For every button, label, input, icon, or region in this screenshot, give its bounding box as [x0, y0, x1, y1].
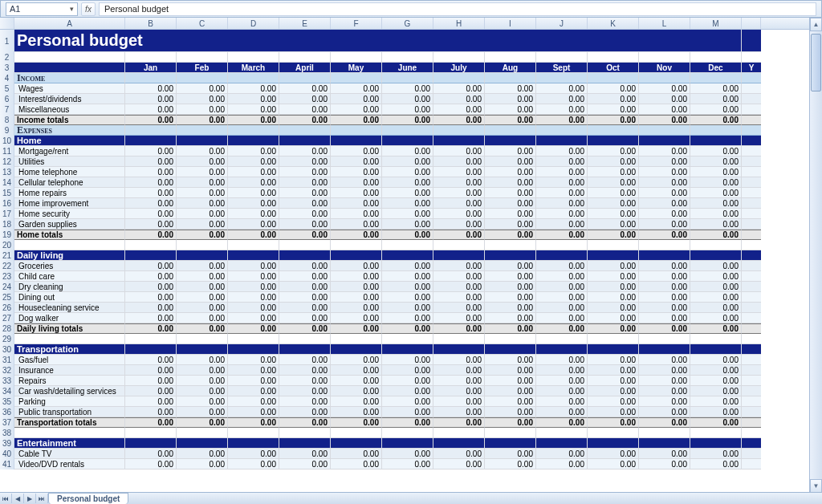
cell[interactable]: 0.00: [228, 167, 279, 177]
cell[interactable]: [742, 365, 761, 376]
cell[interactable]: 0.00: [177, 188, 228, 198]
cell[interactable]: 0.00: [279, 459, 331, 469]
cell[interactable]: 0.00: [588, 146, 639, 156]
row-header[interactable]: 18: [0, 219, 14, 230]
cell[interactable]: [382, 136, 433, 146]
cell[interactable]: 0.00: [639, 292, 690, 303]
cell[interactable]: [742, 313, 761, 323]
cell[interactable]: [742, 104, 761, 115]
cell[interactable]: 0.00: [331, 449, 382, 459]
cell[interactable]: 0.00: [536, 271, 588, 282]
row-label[interactable]: Housecleaning service: [14, 303, 125, 313]
cell[interactable]: 0.00: [536, 323, 588, 334]
cell[interactable]: [228, 428, 279, 438]
cell[interactable]: 0.00: [690, 407, 742, 417]
cell[interactable]: 0.00: [177, 94, 228, 104]
cell[interactable]: 0.00: [228, 94, 279, 104]
cell[interactable]: 0.00: [690, 156, 742, 167]
cell[interactable]: 0.00: [279, 219, 331, 230]
cell[interactable]: [742, 449, 761, 459]
cell[interactable]: 0.00: [588, 449, 639, 459]
cell[interactable]: 0.00: [125, 261, 177, 271]
row-header[interactable]: 21: [0, 250, 14, 261]
cell[interactable]: [690, 52, 742, 63]
cell[interactable]: [742, 209, 761, 219]
row-label[interactable]: Expenses: [14, 125, 125, 136]
name-box[interactable]: A1 ▾: [6, 2, 78, 16]
cell[interactable]: [742, 30, 761, 52]
cell[interactable]: 0.00: [228, 386, 279, 396]
cell[interactable]: 0.00: [382, 459, 433, 469]
row-label[interactable]: Home security: [14, 209, 125, 219]
cell[interactable]: 0.00: [331, 355, 382, 365]
cell[interactable]: 0.00: [485, 188, 536, 198]
cell[interactable]: [742, 459, 761, 469]
row-label[interactable]: Dining out: [14, 292, 125, 303]
cell[interactable]: Dec: [690, 63, 742, 73]
cell[interactable]: 0.00: [485, 230, 536, 240]
row-label[interactable]: Home improvement: [14, 198, 125, 209]
cell[interactable]: 0.00: [331, 104, 382, 115]
cell[interactable]: Nov: [639, 63, 690, 73]
cell[interactable]: 0.00: [279, 449, 331, 459]
cell[interactable]: 0.00: [485, 417, 536, 428]
cell[interactable]: 0.00: [485, 271, 536, 282]
cell[interactable]: 0.00: [125, 386, 177, 396]
cell[interactable]: 0.00: [536, 459, 588, 469]
row-header[interactable]: 16: [0, 198, 14, 209]
cell[interactable]: 0.00: [177, 292, 228, 303]
row-header[interactable]: 11: [0, 146, 14, 156]
cell[interactable]: 0.00: [228, 115, 279, 125]
cell[interactable]: [228, 52, 279, 63]
row-label[interactable]: Cable TV: [14, 449, 125, 459]
cell[interactable]: 0.00: [485, 115, 536, 125]
cell[interactable]: 0.00: [228, 104, 279, 115]
cell[interactable]: 0.00: [639, 219, 690, 230]
row-header[interactable]: 39: [0, 438, 14, 449]
cell[interactable]: 0.00: [690, 449, 742, 459]
cell[interactable]: 0.00: [485, 104, 536, 115]
cell[interactable]: 0.00: [279, 386, 331, 396]
cell[interactable]: 0.00: [331, 303, 382, 313]
tab-nav-next-icon[interactable]: ▶: [24, 494, 36, 503]
cell[interactable]: [639, 344, 690, 355]
cell[interactable]: [536, 428, 588, 438]
row-label[interactable]: Dog walker: [14, 313, 125, 323]
cell[interactable]: 0.00: [228, 449, 279, 459]
cell[interactable]: 0.00: [588, 261, 639, 271]
cell[interactable]: [485, 438, 536, 449]
cell[interactable]: 0.00: [536, 386, 588, 396]
cell[interactable]: [742, 230, 761, 240]
row-label[interactable]: Mortgage/rent: [14, 146, 125, 156]
cell[interactable]: 0.00: [639, 146, 690, 156]
row-label[interactable]: Transportation totals: [14, 417, 125, 428]
row-header[interactable]: 1: [0, 30, 14, 52]
cell[interactable]: [588, 344, 639, 355]
cell[interactable]: 0.00: [433, 323, 485, 334]
cell[interactable]: [639, 250, 690, 261]
cell[interactable]: 0.00: [177, 198, 228, 209]
cell[interactable]: [177, 344, 228, 355]
cell[interactable]: [485, 428, 536, 438]
cell[interactable]: [125, 344, 177, 355]
cell[interactable]: 0.00: [382, 104, 433, 115]
cell[interactable]: 0.00: [690, 355, 742, 365]
cell[interactable]: [536, 136, 588, 146]
cell[interactable]: 0.00: [639, 271, 690, 282]
cell[interactable]: 0.00: [690, 188, 742, 198]
cell[interactable]: [742, 303, 761, 313]
cell[interactable]: [588, 438, 639, 449]
cell[interactable]: 0.00: [125, 313, 177, 323]
cell[interactable]: 0.00: [588, 198, 639, 209]
cell[interactable]: 0.00: [228, 146, 279, 156]
cell[interactable]: 0.00: [228, 188, 279, 198]
cell[interactable]: 0.00: [588, 167, 639, 177]
cell[interactable]: 0.00: [485, 198, 536, 209]
cell[interactable]: [588, 250, 639, 261]
cell[interactable]: 0.00: [485, 219, 536, 230]
cell[interactable]: 0.00: [382, 386, 433, 396]
cell[interactable]: [536, 125, 588, 136]
cell[interactable]: [228, 438, 279, 449]
cell[interactable]: 0.00: [690, 459, 742, 469]
cell[interactable]: 0.00: [588, 115, 639, 125]
